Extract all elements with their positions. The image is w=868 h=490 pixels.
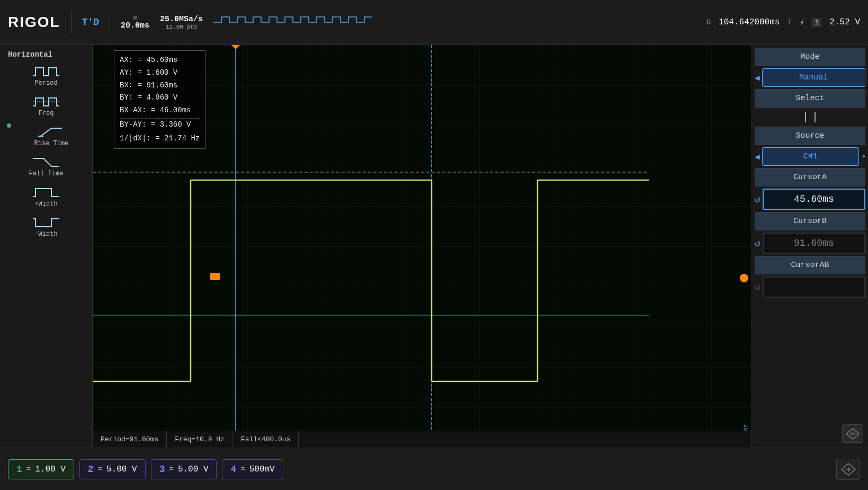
bottom-right (836, 459, 860, 480)
bx-label: BX: (120, 81, 133, 90)
cursor-line-1 (805, 112, 806, 122)
delta-label: 1/|dX|: (120, 134, 151, 142)
sample-rate-setting: 25.0MSa/s 12.0M pts (160, 15, 203, 30)
source-value[interactable]: CH1 (762, 147, 859, 166)
time-div-value: 20.0ms (121, 21, 149, 30)
trigger-icon: ⚡ (800, 18, 804, 27)
fall-time-icon (33, 156, 59, 169)
channel-3[interactable]: 3 = 5.00 V (151, 459, 217, 479)
source-button[interactable]: Source (755, 127, 865, 145)
trigger-wave-svg (213, 14, 372, 30)
rise-time-label: Rise Time (34, 140, 69, 147)
ch2-num: 2 (88, 464, 94, 475)
cursor-ab-row: ↺ (755, 277, 865, 298)
nav-control-icon (840, 462, 857, 477)
trigger-channel-badge: 1 (812, 18, 822, 27)
rp-spacer (755, 300, 865, 420)
channel-1[interactable]: 1 = 1.00 V (8, 459, 74, 479)
sidebar-item-fall-time[interactable]: Fall Time (25, 154, 68, 180)
cursor-gap (808, 112, 812, 122)
time-position: 104.642000ms (719, 17, 780, 27)
byay-row-sep: BY-AY: = 3.360 V (120, 118, 200, 131)
ch4-volt: 500mV (249, 465, 275, 474)
byay-label: BY-AY: (120, 120, 146, 129)
measurements-box: AX: = 45.60ms AY: = 1.600 V BX: = 91.60m… (114, 50, 205, 149)
cursor-b-value[interactable]: 91.60ms (763, 233, 865, 254)
delta-row: 1/|dX|: = 21.74 Hz (120, 132, 200, 145)
select-button[interactable]: Select (755, 89, 865, 108)
cursor-b-row: ↺ 91.60ms (755, 233, 865, 254)
cursor-a-button[interactable]: CursorA (755, 168, 865, 186)
top-bar: RIGOL T'D H 20.0ms 25.0MSa/s 12.0M pts D… (0, 0, 868, 45)
oscilloscope-display: RIGOL T'D H 20.0ms 25.0MSa/s 12.0M pts D… (0, 0, 868, 490)
svg-rect-16 (210, 273, 220, 280)
sidebar-item-rise-time[interactable]: Rise Time (13, 123, 90, 149)
ch1-num: 1 (16, 464, 22, 475)
cursor-ab-button[interactable]: CursorAB (755, 256, 865, 274)
channel-4[interactable]: 4 = 500mV (222, 459, 283, 479)
channel-2[interactable]: 2 = 5.00 V (79, 459, 146, 479)
period-icon (33, 65, 59, 78)
divider-2 (110, 12, 110, 33)
ch2-volt: 5.00 V (106, 465, 137, 474)
minus-width-icon (33, 216, 59, 229)
ch4-num: 4 (230, 464, 236, 475)
by-label: BY: (120, 93, 133, 102)
cursor-a-row: ↺ 45.60ms (755, 189, 865, 210)
ay-row: AY: = 1.600 V (120, 67, 200, 79)
status-period: Period=91.60ms (93, 431, 167, 448)
ay-value: = 1.600 V (138, 68, 178, 77)
top-right-info: D 104.642000ms T ⚡ 1 2.52 V (706, 17, 860, 27)
h-label: H (133, 15, 137, 21)
ch4-eq: = (240, 465, 245, 474)
sidebar-item-period[interactable]: Period (29, 63, 64, 89)
source-row: ◀ CH1 ● (755, 147, 865, 166)
bottom-bar: 1 = 1.00 V 2 = 5.00 V 3 = 5.00 V 4 = 500… (0, 448, 868, 490)
main-display: AX: = 45.60ms AY: = 1.600 V BX: = 91.60m… (93, 45, 751, 448)
plus-width-icon (33, 186, 59, 199)
mode-arrow: ◀ (755, 73, 760, 83)
ax-value: = 45.60ms (138, 56, 178, 64)
source-arrow: ◀ (755, 152, 760, 162)
t-label: T (788, 19, 792, 26)
freq-icon (33, 95, 59, 109)
byay-value: = 3.360 V (151, 120, 191, 129)
ch1-volt: 1.00 V (35, 465, 66, 474)
status-freq: Freq=10.9 Hz (167, 431, 233, 448)
period-label: Period (34, 79, 57, 87)
by-value: = 4.960 V (138, 93, 178, 102)
sidebar-header: Horizontal (3, 50, 52, 59)
by-row: BY: = 4.960 V (120, 92, 200, 104)
nav-control[interactable] (836, 459, 860, 480)
rise-time-icon (38, 126, 65, 139)
right-panel: Mode ◀ Manual Select Source ◀ CH1 ● Curs… (751, 45, 868, 448)
minus-width-label: -Width (34, 230, 57, 238)
cursor-b-refresh-icon: ↺ (755, 237, 760, 249)
rise-time-container: Rise Time (3, 123, 90, 149)
divider-1 (71, 12, 71, 33)
ch3-eq: = (169, 465, 173, 474)
cursor-line-2 (815, 112, 816, 122)
delta-value: = 21.74 Hz (155, 134, 200, 142)
mode-value[interactable]: Manual (762, 68, 865, 87)
sidebar-item-minus-width[interactable]: -Width (29, 214, 64, 240)
bxax-label: BX-AX: (120, 106, 146, 114)
bxax-row: BX-AX: = 46.00ms (120, 104, 200, 117)
trigger-voltage: 2.52 V (829, 17, 860, 27)
cursor-ab-refresh-icon: ↺ (755, 281, 760, 293)
bx-row: BX: = 91.60ms (120, 79, 200, 92)
sidebar-item-freq[interactable]: Freq (29, 93, 64, 119)
left-sidebar: Horizontal Period Freq Rise Time (0, 45, 93, 448)
nav-diamond[interactable] (842, 424, 863, 443)
status-fall: Fall<400.0us (233, 431, 299, 448)
status-bar: Period=91.60ms Freq=10.9 Hz Fall<400.0us (93, 431, 751, 448)
cursor-a-value[interactable]: 45.60ms (763, 189, 865, 210)
mode-button[interactable]: Mode (755, 48, 865, 66)
ax-row: AX: = 45.60ms (120, 54, 200, 67)
cursor-b-button[interactable]: CursorB (755, 212, 865, 230)
cursor-select-icon (755, 110, 865, 124)
nav-diamond-container (755, 422, 865, 445)
diamond-icon (845, 427, 860, 440)
sidebar-item-plus-width[interactable]: +Width (29, 184, 64, 210)
ch3-num: 3 (159, 464, 165, 475)
